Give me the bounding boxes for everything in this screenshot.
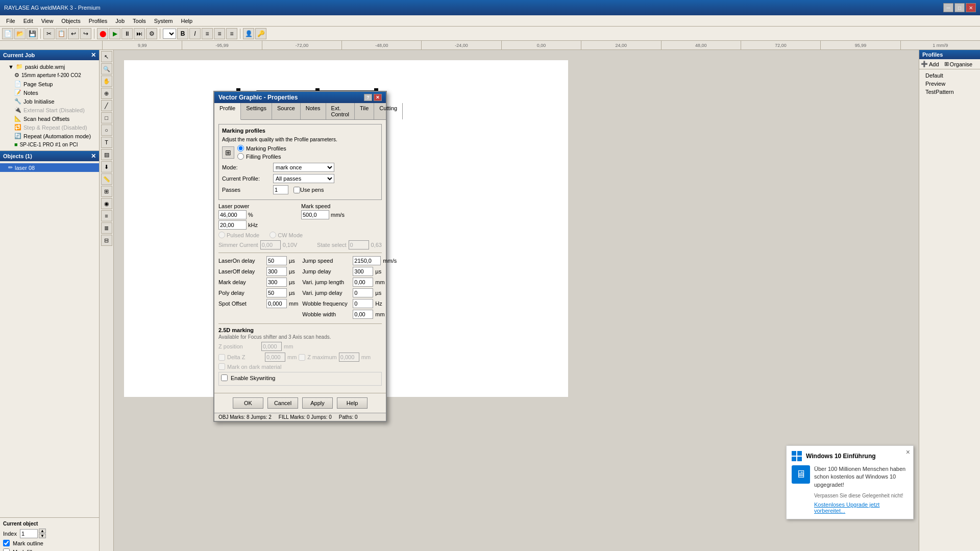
vt-select[interactable]: ↖ <box>101 51 112 62</box>
state-input[interactable] <box>349 240 369 249</box>
index-down-btn[interactable]: ▼ <box>39 534 46 538</box>
bold-btn[interactable]: B <box>177 28 188 39</box>
current-profile-select[interactable]: All passes <box>273 174 334 183</box>
mode-select[interactable]: mark once <box>273 163 334 172</box>
index-input[interactable] <box>20 529 38 538</box>
vt-extra3[interactable]: ⊟ <box>101 235 112 246</box>
spot-offset-input[interactable] <box>266 299 287 308</box>
wobble-width-input[interactable] <box>353 310 373 319</box>
tab-cutting[interactable]: Cutting <box>374 103 403 119</box>
marking-profiles-radio[interactable] <box>237 145 244 152</box>
tree-item-job-init[interactable]: 🔧Job Initialise <box>0 97 99 106</box>
save-btn[interactable]: 💾 <box>27 28 38 39</box>
key-btn[interactable]: 🔑 <box>255 28 266 39</box>
jump-delay-input[interactable] <box>353 267 373 276</box>
tree-item-repeat-auto[interactable]: 🔄Repeat (Automation mode) <box>0 132 99 140</box>
frequency-input[interactable] <box>218 220 247 230</box>
var-jump-delay-input[interactable] <box>353 288 373 297</box>
laser-on-input[interactable] <box>266 256 287 265</box>
tab-settings[interactable]: Settings <box>241 103 272 119</box>
z-max-checkbox[interactable] <box>299 354 305 361</box>
vt-measure[interactable]: 📏 <box>101 173 112 185</box>
tree-item-notes[interactable]: 📝Notes <box>0 88 99 97</box>
delta-z-checkbox[interactable] <box>218 354 225 361</box>
notification-link[interactable]: Kostenloses Upgrade jetzt vorbereitet... <box>814 502 908 514</box>
cw-mode-radio[interactable] <box>270 232 276 238</box>
tree-item-sp-ice[interactable]: ■SP-ICE-1 PRO #1 on PCI <box>0 140 99 148</box>
cancel-button[interactable]: Cancel <box>267 397 298 409</box>
menu-view[interactable]: View <box>37 17 58 25</box>
open-btn[interactable]: 📂 <box>14 28 26 39</box>
skip-btn[interactable]: ⏭ <box>134 28 145 39</box>
job-panel-close[interactable]: ✕ <box>91 52 96 59</box>
use-pens-checkbox[interactable] <box>293 187 300 193</box>
mark-outline-checkbox[interactable] <box>3 540 10 546</box>
help-button[interactable]: Help <box>337 397 368 409</box>
menu-file[interactable]: File <box>2 17 19 25</box>
delta-z-input[interactable] <box>265 353 285 362</box>
align-left-btn[interactable]: ≡ <box>202 28 213 39</box>
mark-delay-input[interactable] <box>266 278 287 287</box>
vt-crosshair[interactable]: ⊕ <box>101 88 112 99</box>
menu-job[interactable]: Job <box>111 17 129 25</box>
pause-btn[interactable]: ⏸ <box>121 28 133 39</box>
tab-source[interactable]: Source <box>272 103 301 119</box>
tree-item-scan-offsets[interactable]: 📐Scan head Offsets <box>0 114 99 123</box>
vt-line[interactable]: ╱ <box>101 100 112 111</box>
wobble-freq-input[interactable] <box>353 299 373 308</box>
align-right-btn[interactable]: ≡ <box>226 28 237 39</box>
italic-btn[interactable]: I <box>189 28 201 39</box>
vt-pan[interactable]: ✋ <box>101 76 112 87</box>
jump-speed-input[interactable] <box>353 256 381 265</box>
redo-btn[interactable]: ↪ <box>80 28 91 39</box>
vt-zoom[interactable]: 🔍 <box>101 63 112 74</box>
var-jump-length-input[interactable] <box>353 278 373 287</box>
profile-testpattern[interactable]: TestPattern <box>921 88 978 96</box>
tab-notes[interactable]: Notes <box>301 103 326 119</box>
menu-edit[interactable]: Edit <box>19 17 37 25</box>
vt-circle[interactable]: ○ <box>101 124 112 136</box>
vt-extra2[interactable]: ≣ <box>101 222 112 234</box>
new-btn[interactable]: 📄 <box>2 28 13 39</box>
vt-extra1[interactable]: ≡ <box>101 210 112 221</box>
vt-rect[interactable]: □ <box>101 112 112 123</box>
profile-preview[interactable]: Preview <box>921 80 978 88</box>
align-center-btn[interactable]: ≡ <box>214 28 225 39</box>
dialog-help-btn[interactable]: ? <box>364 94 372 101</box>
index-up-btn[interactable]: ▲ <box>39 529 46 533</box>
mark-speed-input[interactable] <box>301 210 329 219</box>
mark-fill-checkbox[interactable] <box>3 548 10 551</box>
menu-system[interactable]: System <box>150 17 177 25</box>
notification-close-btn[interactable]: × <box>906 448 910 456</box>
organise-profiles-btn[interactable]: ⊞Organise <box>944 61 973 67</box>
passes-input[interactable] <box>273 185 288 194</box>
undo-btn[interactable]: ↩ <box>68 28 79 39</box>
laser-power-input[interactable] <box>218 210 247 219</box>
vt-import[interactable]: ⬇ <box>101 161 112 172</box>
menu-help[interactable]: Help <box>177 17 197 25</box>
tab-profile[interactable]: Profile <box>214 103 241 120</box>
object-laser08[interactable]: ✏laser 08 <box>0 163 99 172</box>
vt-text[interactable]: T <box>101 137 112 148</box>
font-combo[interactable] <box>163 29 176 39</box>
add-profile-btn[interactable]: ➕Add <box>921 61 939 67</box>
dialog-close-btn[interactable]: ✕ <box>374 94 382 101</box>
vt-laser[interactable]: ◉ <box>101 198 112 209</box>
maximize-btn[interactable]: □ <box>954 3 965 12</box>
vt-grid[interactable]: ⊞ <box>101 186 112 197</box>
tab-tile[interactable]: Tile <box>355 103 374 119</box>
tab-ext-control[interactable]: Ext. Control <box>326 103 355 119</box>
minimize-btn[interactable]: ─ <box>943 3 953 12</box>
stop-btn[interactable]: ⬤ <box>97 28 108 39</box>
cut-btn[interactable]: ✂ <box>43 28 55 39</box>
play-btn[interactable]: ▶ <box>109 28 120 39</box>
apply-button[interactable]: Apply <box>302 397 333 409</box>
menu-objects[interactable]: Objects <box>57 17 84 25</box>
menu-profiles[interactable]: Profiles <box>85 17 112 25</box>
z-position-input[interactable] <box>261 342 282 351</box>
close-btn[interactable]: ✕ <box>966 3 976 12</box>
skywriting-checkbox[interactable] <box>221 374 228 381</box>
user-btn[interactable]: 👤 <box>243 28 254 39</box>
tree-item-step-repeat[interactable]: 🔁Step & Repeat (Disabled) <box>0 123 99 132</box>
z-max-input[interactable] <box>339 353 359 362</box>
